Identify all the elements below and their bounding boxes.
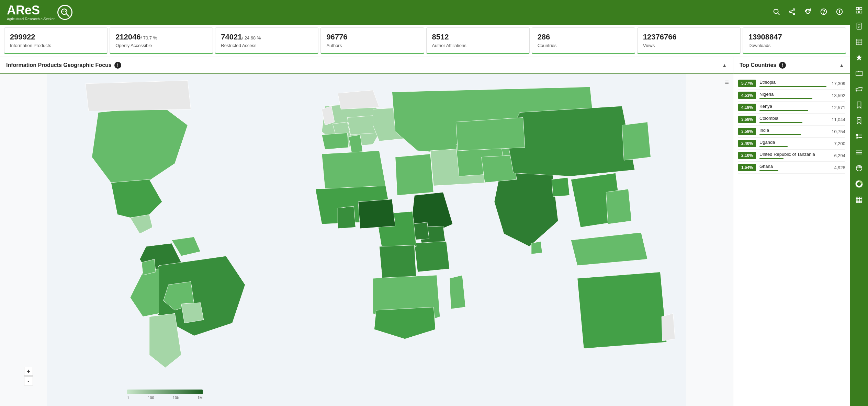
svg-point-5 [789, 11, 791, 12]
share-icon[interactable] [788, 8, 796, 17]
sidebar-folder-closed-icon[interactable] [852, 66, 867, 81]
country-name: India [759, 128, 826, 133]
stat-card-affiliations: 8512 Author Affiliations [426, 27, 530, 54]
country-row[interactable]: 4.53% Nigeria 13,592 [738, 90, 845, 102]
country-pct-badge: 2.40% [738, 140, 756, 147]
map-info-badge[interactable]: ! [114, 62, 121, 69]
stat-label-openly: Openly Accessible [115, 43, 152, 48]
svg-line-8 [791, 12, 793, 13]
topnav: AReS Agricultural Research e-Seeker [0, 0, 850, 25]
country-row[interactable]: 2.40% Uganda 7,200 [738, 138, 845, 150]
sidebar-document-icon[interactable] [852, 19, 867, 34]
svg-rect-17 [856, 11, 858, 13]
country-row[interactable]: 3.59% India 10,754 [738, 126, 845, 138]
countries-collapse-chevron[interactable]: ▲ [839, 62, 844, 68]
stat-label-countries: Countries [538, 43, 557, 48]
country-row[interactable]: 2.10% United Republic of Tanzania 6,294 [738, 150, 845, 162]
country-bar [759, 158, 784, 159]
countries-panel: Top Countries ! ▲ 5.77% Ethiopia 17,309 … [733, 57, 850, 406]
sidebar-pie-chart-icon[interactable] [852, 161, 867, 176]
stat-label-downloads: Downloads [748, 43, 770, 48]
map-panel-header: Information Products Geographic Focus ! … [0, 57, 733, 74]
map-container[interactable]: ≡ [0, 74, 733, 406]
country-pct-badge: 5.77% [738, 80, 756, 87]
country-pct-badge: 4.53% [738, 92, 756, 99]
stat-label-authors: Authors [326, 43, 342, 48]
country-bar [759, 146, 788, 147]
stat-label-info-products: Information Products [10, 43, 51, 48]
country-bar [759, 86, 826, 87]
legend-labels: 1 100 10k 1M [127, 396, 203, 400]
country-name: Kenya [759, 104, 826, 109]
svg-rect-31 [856, 137, 858, 138]
countries-info-badge[interactable]: ! [779, 62, 786, 69]
country-count: 4,928 [830, 165, 845, 170]
svg-point-2 [774, 9, 778, 13]
country-row[interactable]: 4.19% Kenya 12,571 [738, 102, 845, 114]
map-panel-title: Information Products Geographic Focus ! [6, 62, 121, 69]
country-info: Uganda [759, 140, 826, 147]
logo: AReS Agricultural Research e-Seeker [7, 4, 72, 21]
svg-rect-18 [860, 11, 862, 13]
countries-panel-header: Top Countries ! ▲ [733, 57, 850, 74]
country-row[interactable]: 3.68% Colombia 11,044 [738, 114, 845, 126]
stat-number-views: 12376766 [643, 33, 677, 42]
sidebar-donut-chart-icon[interactable] [852, 176, 867, 192]
stats-bar: 299922 Information Products 212046/ 70.7… [0, 25, 850, 57]
country-pct-badge: 3.68% [738, 116, 756, 123]
stat-number-affiliations: 8512 [432, 33, 449, 42]
country-name: Ethiopia [759, 80, 826, 85]
legend-mid2: 10k [173, 396, 179, 400]
legend-mid1: 100 [148, 396, 154, 400]
zoom-out-button[interactable]: - [24, 376, 33, 385]
stat-card-downloads: 13908847 Downloads [743, 27, 846, 54]
country-row[interactable]: 5.77% Ethiopia 17,309 [738, 78, 845, 90]
country-pct-badge: 1.64% [738, 164, 756, 171]
sidebar-folder-open-icon[interactable] [852, 82, 867, 97]
country-name: Ghana [759, 164, 826, 169]
sidebar-bookmark2-icon[interactable] [852, 113, 867, 128]
country-info: Ethiopia [759, 80, 826, 87]
countries-list[interactable]: 5.77% Ethiopia 17,309 4.53% Nigeria 13,5… [733, 74, 850, 406]
help-icon[interactable] [820, 8, 827, 17]
country-info: United Republic of Tanzania [759, 152, 826, 159]
country-name: United Republic of Tanzania [759, 152, 826, 157]
svg-point-10 [823, 13, 824, 14]
sidebar-list-icon[interactable] [852, 145, 867, 160]
stat-number-restricted: 74021/ 24.68 % [221, 33, 261, 42]
svg-line-3 [778, 13, 779, 15]
sidebar-grid-icon[interactable] [852, 3, 867, 18]
stat-card-restricted: 74021/ 24.68 % Restricted Access [215, 27, 318, 54]
logo-subtitle: Agricultural Research e-Seeker [7, 17, 55, 21]
country-pct-badge: 3.59% [738, 128, 756, 135]
country-count: 6,294 [830, 153, 845, 158]
country-bar [759, 122, 802, 123]
svg-rect-15 [856, 8, 858, 10]
country-row[interactable]: 1.64% Ghana 4,928 [738, 162, 845, 174]
country-name: Uganda [759, 140, 826, 145]
country-name: Colombia [759, 116, 826, 121]
country-count: 12,571 [830, 105, 845, 110]
country-bar [759, 170, 778, 171]
stat-number-openly: 212046/ 70.7 % [115, 33, 157, 42]
map-menu-icon[interactable]: ≡ [725, 78, 729, 86]
country-info: India [759, 128, 826, 135]
country-pct-badge: 2.10% [738, 152, 756, 159]
sidebar-checklist-icon[interactable] [852, 129, 867, 144]
logo-text: AReS [7, 4, 55, 16]
svg-point-38 [857, 182, 860, 185]
stat-card-openly: 212046/ 70.7 % Openly Accessible [110, 27, 213, 54]
legend-color-bar [127, 390, 203, 394]
stat-label-views: Views [643, 43, 655, 48]
refresh-icon[interactable] [804, 8, 812, 17]
sidebar-table-icon[interactable] [852, 34, 867, 49]
map-collapse-chevron[interactable]: ▲ [722, 62, 727, 68]
sidebar-bookmark-icon[interactable] [852, 97, 867, 113]
zoom-in-button[interactable]: + [24, 367, 33, 376]
stat-number-downloads: 13908847 [748, 33, 782, 42]
sidebar-star-icon[interactable] [852, 50, 867, 65]
search-nav-icon[interactable] [773, 8, 780, 17]
country-info: Ghana [759, 164, 826, 171]
info-nav-icon[interactable] [836, 8, 843, 17]
sidebar-data-grid-icon[interactable] [852, 192, 867, 207]
